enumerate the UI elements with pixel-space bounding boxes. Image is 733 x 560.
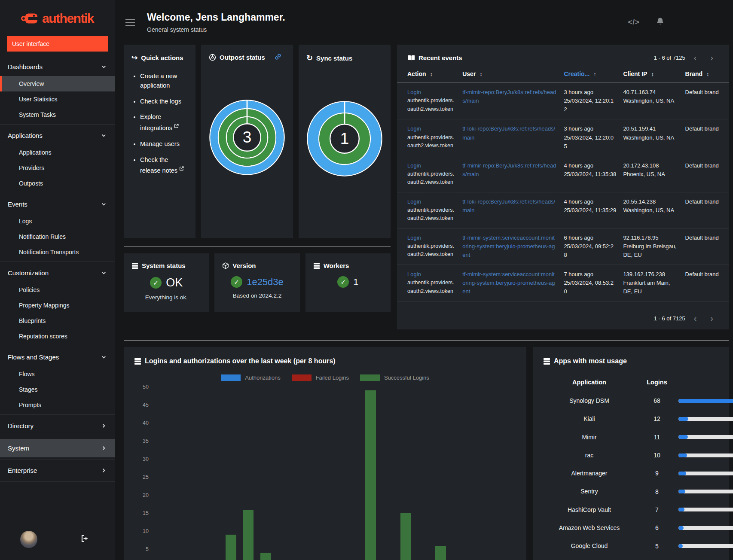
events-column-header[interactable]: Creatio...↑	[560, 65, 620, 83]
app-name: Alertmanager	[543, 464, 635, 482]
pagination-next-button[interactable]: ›	[705, 53, 718, 62]
sidebar-item-directory[interactable]: Directory	[0, 417, 115, 435]
server-icon	[313, 262, 320, 269]
sidebar-item-policies[interactable]: Policies	[0, 282, 115, 298]
chart-bar	[435, 546, 446, 560]
sort-icon[interactable]: ↕	[651, 71, 654, 77]
sidebar-item-providers[interactable]: Providers	[0, 160, 115, 176]
api-code-icon[interactable]: </>	[628, 18, 640, 27]
event-action-link[interactable]: Login	[407, 89, 421, 95]
sidebar-section-dashboards: DashboardsOverviewUser StatisticsSystem …	[0, 56, 115, 125]
events-column-header[interactable]: User↕	[459, 65, 560, 83]
pagination-next-button[interactable]: ›	[705, 314, 718, 323]
legend-item-failed-logins[interactable]: Failed Logins	[292, 374, 349, 381]
sidebar-item-flows-and-stages[interactable]: Flows and Stages	[0, 348, 115, 366]
sidebar-item-dashboards[interactable]: Dashboards	[0, 58, 115, 76]
quick-action-link[interactable]: Check the logs	[140, 98, 181, 105]
event-user-link[interactable]: tf-mimir-system:serviceaccount:monitorin…	[462, 271, 555, 295]
sidebar-toggle-icon[interactable]	[125, 17, 135, 28]
event-geo: Frankfurt am Main, DE, EU	[623, 279, 678, 296]
app-login-count: 5	[640, 543, 674, 550]
chart-bar	[400, 513, 411, 560]
pagination-prev-button[interactable]: ‹	[689, 314, 702, 323]
event-context: authentik.providers.oauth2.views.token	[407, 279, 455, 295]
event-context: authentik.providers.oauth2.views.token	[407, 170, 455, 187]
sidebar-item-stages[interactable]: Stages	[0, 382, 115, 397]
notifications-bell-icon[interactable]	[656, 17, 664, 27]
column-label: User	[462, 70, 476, 77]
ok-check-icon: ✓	[150, 277, 162, 289]
event-datetime: 25/03/2024, 11:35:38	[564, 170, 616, 179]
sidebar-item-applications[interactable]: Applications	[0, 126, 115, 145]
event-action-link[interactable]: Login	[407, 198, 421, 205]
sidebar-item-notification-transports[interactable]: Notification Transports	[0, 244, 115, 260]
legend-item-authorizations[interactable]: Authorizations	[221, 374, 280, 381]
sidebar-item-events[interactable]: Events	[0, 195, 115, 213]
sort-icon[interactable]: ↕	[706, 71, 709, 77]
sidebar-item-blueprints[interactable]: Blueprints	[0, 313, 115, 329]
sort-ascending-icon[interactable]: ↑	[593, 71, 596, 77]
app-name: Google Cloud	[543, 537, 635, 555]
sidebar-item-system-tasks[interactable]: System Tasks	[0, 107, 115, 122]
user-avatar[interactable]	[20, 531, 37, 548]
sidebar-item-reputation-scores[interactable]: Reputation scores	[0, 329, 115, 344]
quick-action-link[interactable]: Check the release notes	[140, 156, 177, 174]
event-user-link[interactable]: tf-loki-repo:BeryJu/k8s:ref:refs/heads/m…	[462, 198, 555, 213]
sort-icon[interactable]: ↕	[430, 71, 433, 77]
sidebar-item-prompts[interactable]: Prompts	[0, 397, 115, 413]
sidebar-section-label: Directory	[8, 422, 34, 429]
sync-count: 1	[340, 130, 349, 148]
logout-icon[interactable]	[81, 535, 90, 544]
app-login-count: 12	[640, 415, 674, 422]
outpost-link-icon[interactable]	[275, 53, 281, 61]
pagination-prev-button[interactable]: ‹	[689, 53, 702, 62]
legend-item-successful-logins[interactable]: Successful Logins	[360, 374, 429, 381]
event-geo: Freiburg im Breisgau, DE, EU	[623, 242, 678, 259]
events-column-header[interactable]: Client IP↕	[620, 65, 681, 83]
version-value-link[interactable]: 1e25d3e	[247, 277, 284, 288]
events-column-header[interactable]: Action↕	[397, 65, 459, 83]
events-column-header[interactable]: Brand↕	[682, 65, 729, 83]
event-brand: Default brand	[685, 161, 725, 170]
app-name: Synology DSM	[543, 392, 635, 410]
column-label: Brand	[685, 70, 702, 77]
authentik-logo[interactable]: authentik	[4, 11, 110, 26]
sidebar-item-notification-rules[interactable]: Notification Rules	[0, 229, 115, 244]
y-axis-tick: 10	[137, 528, 149, 534]
system-status-description: Everything is ok.	[131, 294, 201, 301]
user-interface-button[interactable]: User interface	[7, 36, 108, 52]
sort-icon[interactable]: ↕	[480, 71, 483, 77]
sidebar-item-customization[interactable]: Customization	[0, 264, 115, 282]
apps-usage-title: Apps with most usage	[554, 357, 627, 365]
sidebar-item-user-statistics[interactable]: User Statistics	[0, 91, 115, 107]
system-status-value: OK	[166, 276, 183, 289]
event-action-link[interactable]: Login	[407, 234, 421, 241]
sidebar-item-system[interactable]: System	[0, 439, 115, 457]
quick-action-link[interactable]: Manage users	[140, 140, 180, 147]
sidebar-item-property-mappings[interactable]: Property Mappings	[0, 298, 115, 313]
event-age: 6 hours ago	[564, 234, 616, 242]
event-action-link[interactable]: Login	[407, 162, 421, 169]
sidebar-item-applications[interactable]: Applications	[0, 145, 115, 160]
sidebar-section-customization: CustomizationPoliciesProperty MappingsBl…	[0, 262, 115, 346]
event-user-link[interactable]: tf-loki-repo:BeryJu/k8s:ref:refs/heads/m…	[462, 125, 555, 140]
system-status-card: System status ✓ OK Everything is ok.	[124, 253, 209, 312]
sidebar-item-flows[interactable]: Flows	[0, 366, 115, 382]
sidebar-item-outposts[interactable]: Outposts	[0, 176, 115, 191]
app-login-count: 68	[640, 397, 674, 404]
sidebar-item-enterprise[interactable]: Enterprise	[0, 461, 115, 480]
events-pagination-bottom: 1 - 6 of 7125 ‹ ›	[654, 314, 718, 323]
outpost-icon	[209, 54, 216, 61]
quick-action-link[interactable]: Create a new application	[140, 73, 177, 89]
server-icon	[131, 262, 138, 269]
quick-action-link[interactable]: Explore integrations	[140, 113, 172, 131]
app-usage-progress-bar	[678, 490, 733, 493]
event-user-link[interactable]: tf-mimir-system:serviceaccount:monitorin…	[462, 234, 555, 258]
sidebar-item-logs[interactable]: Logs	[0, 213, 115, 229]
event-action-link[interactable]: Login	[407, 271, 421, 277]
event-user-link[interactable]: tf-mimir-repo:BeryJu/k8s:ref:refs/heads/…	[462, 89, 556, 104]
top-bar: Welcome, Jens Langhammer. General system…	[124, 0, 729, 45]
sidebar-item-overview[interactable]: Overview	[0, 76, 115, 91]
event-user-link[interactable]: tf-mimir-repo:BeryJu/k8s:ref:refs/heads/…	[462, 162, 556, 177]
event-action-link[interactable]: Login	[407, 125, 421, 132]
